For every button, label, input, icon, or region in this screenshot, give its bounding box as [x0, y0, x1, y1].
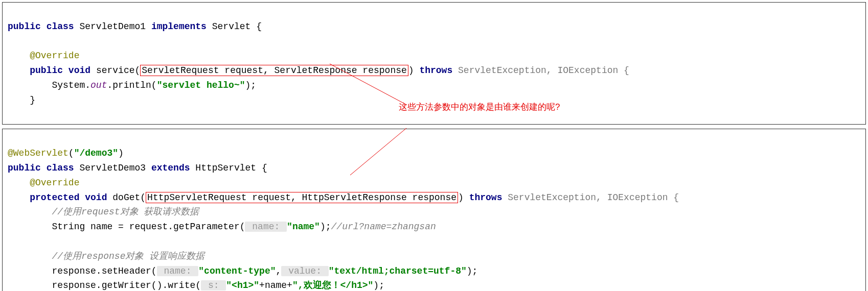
code: ); — [320, 222, 331, 232]
code: System. — [52, 80, 90, 90]
param-hint: s: — [201, 280, 226, 290]
annotation: @WebServlet — [8, 148, 68, 158]
type: Servlet { — [212, 21, 262, 32]
keyword: public — [8, 163, 41, 173]
paren: ( — [68, 148, 74, 158]
keyword: public — [30, 65, 63, 76]
static-field: out — [90, 80, 107, 90]
string: "/demo3" — [74, 148, 118, 158]
annotation: @Override — [30, 178, 79, 188]
annotation: @Override — [30, 51, 79, 61]
param-hint: value: — [281, 266, 328, 276]
param-hint: name: — [245, 222, 287, 232]
keyword: class — [47, 21, 74, 32]
keyword: throws — [469, 192, 502, 203]
string: "content-type" — [198, 266, 276, 276]
code: ); — [373, 280, 384, 290]
method: service( — [96, 65, 140, 76]
paren: ) — [408, 65, 414, 76]
code: response.getWriter().write( — [52, 280, 201, 290]
class-name: ServletDemo3 — [79, 163, 146, 173]
string: "name" — [287, 222, 320, 232]
type: HttpServlet { — [195, 163, 267, 173]
keyword: protected — [30, 192, 79, 203]
callout-text: 这些方法参数中的对象是由谁来创建的呢? — [399, 100, 560, 114]
paren: ) — [458, 192, 464, 203]
code: .println( — [107, 80, 156, 90]
keyword: implements — [151, 21, 207, 32]
paren: ) — [118, 148, 124, 158]
keyword: void — [85, 192, 107, 203]
keyword: extends — [151, 163, 190, 173]
svg-line-1 — [350, 128, 406, 175]
method: doGet( — [112, 192, 146, 203]
params-highlight-2: HttpServletRequest request, HttpServletR… — [146, 192, 458, 203]
keyword: public — [8, 21, 41, 32]
string: "<h1>" — [226, 280, 259, 290]
comment: //使用response对象 设置响应数据 — [52, 251, 204, 261]
class-name: ServletDemo1 — [79, 21, 146, 32]
code: ); — [245, 80, 257, 90]
param-hint: name: — [157, 266, 199, 276]
callout-line-2 — [3, 124, 861, 190]
code: +name+ — [259, 280, 292, 290]
code: ); — [467, 266, 478, 276]
code: String name = request.getParameter( — [52, 222, 245, 232]
string: ",欢迎您！</h1>" — [292, 280, 373, 290]
keyword: class — [47, 163, 74, 173]
string: "text/html;charset=utf-8" — [329, 266, 467, 276]
exception-types: ServletException, IOException { — [458, 65, 629, 76]
code: response.setHeader( — [52, 266, 156, 276]
comment: //url?name=zhangsan — [331, 222, 436, 232]
code-box-2: @WebServlet("/demo3") public class Servl… — [2, 129, 866, 291]
comment: //使用request对象 获取请求数据 — [52, 207, 199, 217]
brace: } — [8, 95, 35, 105]
exception-types: ServletException, IOException { — [508, 192, 679, 203]
keyword: void — [68, 65, 90, 76]
code: , — [276, 266, 282, 276]
params-highlight-1: ServletRequest request, ServletResponse … — [140, 65, 408, 76]
keyword: throws — [419, 65, 452, 76]
string: "servlet hello~" — [157, 80, 245, 90]
